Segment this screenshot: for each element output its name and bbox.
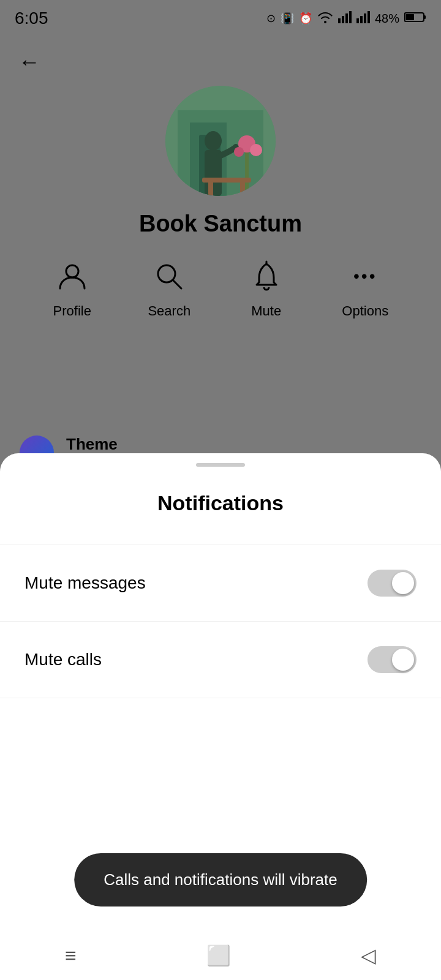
nav-back-icon[interactable]: ◁ [361, 944, 376, 967]
svg-point-20 [234, 147, 244, 157]
drag-handle[interactable] [196, 463, 245, 467]
theme-title: Theme [66, 435, 118, 454]
svg-line-26 [173, 280, 181, 288]
options-button[interactable]: ••• Options [342, 257, 388, 319]
action-row: Profile Search Mute • [0, 257, 441, 319]
mute-calls-toggle[interactable] [368, 646, 417, 673]
svg-rect-22 [208, 183, 213, 196]
avatar [165, 86, 276, 196]
search-icon-wrap [149, 257, 189, 296]
search-button[interactable]: Search [148, 257, 190, 319]
profile-label: Profile [53, 303, 91, 319]
mute-calls-label: Mute calls [24, 650, 102, 669]
mute-label: Mute [251, 303, 281, 319]
svg-point-19 [250, 144, 262, 156]
nav-menu-icon[interactable]: ≡ [65, 944, 77, 967]
options-label: Options [342, 303, 388, 319]
svg-rect-21 [202, 178, 251, 183]
vibrate-toast: Calls and notifications will vibrate [74, 853, 367, 907]
more-dots-icon: ••• [353, 266, 377, 286]
nav-home-icon[interactable]: ⬜ [206, 944, 231, 967]
options-icon-wrap: ••• [345, 257, 385, 296]
mute-messages-label: Mute messages [24, 573, 146, 593]
mute-messages-toggle[interactable] [368, 570, 417, 597]
profile-icon-wrap [53, 257, 92, 296]
vibrate-toast-text: Calls and notifications will vibrate [104, 870, 337, 889]
search-icon [153, 260, 185, 292]
bell-icon [251, 260, 282, 292]
mute-icon-wrap [247, 257, 286, 296]
nav-bar: ≡ ⬜ ◁ [0, 931, 441, 980]
mute-messages-knob [392, 572, 414, 594]
mute-calls-row: Mute calls [0, 622, 441, 698]
profile-button[interactable]: Profile [53, 257, 92, 319]
search-label: Search [148, 303, 190, 319]
mute-messages-row: Mute messages [0, 545, 441, 621]
divider-bottom [0, 698, 441, 698]
mute-button[interactable]: Mute [247, 257, 286, 319]
svg-point-24 [66, 265, 78, 277]
svg-point-15 [205, 131, 222, 151]
svg-rect-17 [245, 147, 249, 196]
profile-icon [56, 260, 88, 292]
sheet-title: Notifications [157, 491, 284, 515]
svg-rect-23 [240, 183, 245, 196]
profile-section: Book Sanctum Profile Search [0, 0, 441, 466]
mute-calls-knob [392, 649, 414, 671]
group-name: Book Sanctum [139, 211, 302, 237]
